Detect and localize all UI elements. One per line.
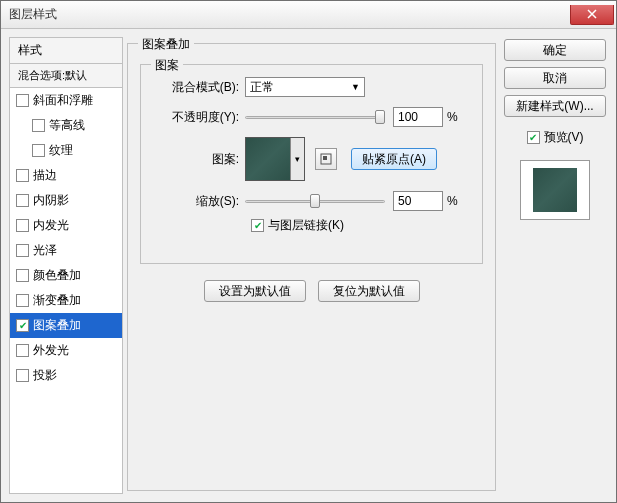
chevron-down-icon: ▼	[351, 82, 360, 92]
sidebar-item[interactable]: 等高线	[10, 113, 122, 138]
group-title: 图案叠加	[138, 36, 194, 53]
sidebar-header: 样式	[10, 38, 122, 64]
style-checkbox[interactable]	[32, 119, 45, 132]
sidebar-item-label: 外发光	[33, 342, 69, 359]
opacity-input[interactable]: 100	[393, 107, 443, 127]
pattern-row: 图案: ▾ 贴紧原点(A)	[155, 137, 468, 181]
pattern-dropdown-arrow[interactable]: ▾	[290, 138, 304, 180]
main-panel: 图案叠加 图案 混合模式(B): 正常 ▼ 不透明度(Y):	[123, 29, 504, 502]
scale-slider[interactable]	[245, 192, 385, 210]
link-checkbox[interactable]: ✔	[251, 219, 264, 232]
new-preset-icon	[320, 153, 332, 165]
style-checkbox[interactable]	[16, 344, 29, 357]
titlebar: 图层样式	[1, 1, 616, 29]
slider-thumb[interactable]	[375, 110, 385, 124]
sidebar-item-label: 渐变叠加	[33, 292, 81, 309]
sidebar-item-label: 光泽	[33, 242, 57, 259]
svg-rect-1	[323, 156, 327, 160]
scale-row: 缩放(S): 50 %	[155, 191, 468, 211]
blend-mode-row: 混合模式(B): 正常 ▼	[155, 77, 468, 97]
scale-label: 缩放(S):	[155, 193, 245, 210]
dialog-body: 样式 混合选项:默认 斜面和浮雕等高线纹理描边内阴影内发光光泽颜色叠加渐变叠加✔…	[1, 29, 616, 502]
sidebar-item-label: 等高线	[49, 117, 85, 134]
right-column: 确定 取消 新建样式(W)... ✔ 预览(V)	[504, 29, 616, 502]
sidebar-item[interactable]: 纹理	[10, 138, 122, 163]
pattern-overlay-group: 图案叠加 图案 混合模式(B): 正常 ▼ 不透明度(Y):	[127, 43, 496, 491]
sidebar-item[interactable]: 光泽	[10, 238, 122, 263]
sidebar-item[interactable]: 渐变叠加	[10, 288, 122, 313]
style-checkbox[interactable]: ✔	[16, 319, 29, 332]
create-pattern-button[interactable]	[315, 148, 337, 170]
opacity-row: 不透明度(Y): 100 %	[155, 107, 468, 127]
preview-checkbox-row: ✔ 预览(V)	[504, 129, 606, 146]
pattern-swatch[interactable]: ▾	[245, 137, 305, 181]
sidebar-item[interactable]: 外发光	[10, 338, 122, 363]
style-checkbox[interactable]	[16, 94, 29, 107]
sidebar-item-label: 纹理	[49, 142, 73, 159]
styles-sidebar: 样式 混合选项:默认 斜面和浮雕等高线纹理描边内阴影内发光光泽颜色叠加渐变叠加✔…	[9, 37, 123, 494]
style-checkbox[interactable]	[16, 269, 29, 282]
sidebar-item-label: 内发光	[33, 217, 69, 234]
pattern-inner-group: 图案 混合模式(B): 正常 ▼ 不透明度(Y):	[140, 64, 483, 264]
layer-style-dialog: 图层样式 样式 混合选项:默认 斜面和浮雕等高线纹理描边内阴影内发光光泽颜色叠加…	[0, 0, 617, 503]
percent-label: %	[447, 194, 458, 208]
pattern-thumbnail	[246, 138, 290, 180]
sidebar-item[interactable]: 斜面和浮雕	[10, 88, 122, 113]
opacity-slider[interactable]	[245, 108, 385, 126]
style-checkbox[interactable]	[16, 369, 29, 382]
window-title: 图层样式	[9, 6, 57, 23]
sidebar-item[interactable]: ✔图案叠加	[10, 313, 122, 338]
sidebar-item[interactable]: 描边	[10, 163, 122, 188]
ok-button[interactable]: 确定	[504, 39, 606, 61]
inner-group-title: 图案	[151, 57, 183, 74]
sidebar-item-label: 斜面和浮雕	[33, 92, 93, 109]
sidebar-item-label: 投影	[33, 367, 57, 384]
link-label: 与图层链接(K)	[268, 217, 344, 234]
default-buttons-row: 设置为默认值 复位为默认值	[140, 280, 483, 302]
set-default-button[interactable]: 设置为默认值	[204, 280, 306, 302]
blend-mode-label: 混合模式(B):	[155, 79, 245, 96]
blend-mode-value: 正常	[250, 79, 274, 96]
snap-to-origin-button[interactable]: 贴紧原点(A)	[351, 148, 437, 170]
style-checkbox[interactable]	[16, 169, 29, 182]
sidebar-item[interactable]: 颜色叠加	[10, 263, 122, 288]
close-button[interactable]	[570, 5, 614, 25]
link-with-layer-row: ✔ 与图层链接(K)	[251, 217, 468, 234]
scale-input[interactable]: 50	[393, 191, 443, 211]
sidebar-item[interactable]: 投影	[10, 363, 122, 388]
preview-checkbox[interactable]: ✔	[527, 131, 540, 144]
style-checkbox[interactable]	[16, 194, 29, 207]
slider-thumb[interactable]	[310, 194, 320, 208]
sidebar-item-label: 内阴影	[33, 192, 69, 209]
pattern-label: 图案:	[155, 151, 245, 168]
reset-default-button[interactable]: 复位为默认值	[318, 280, 420, 302]
blend-mode-combo[interactable]: 正常 ▼	[245, 77, 365, 97]
sidebar-item[interactable]: 内发光	[10, 213, 122, 238]
preview-box	[520, 160, 590, 220]
opacity-label: 不透明度(Y):	[155, 109, 245, 126]
sidebar-item-label: 颜色叠加	[33, 267, 81, 284]
sidebar-subheader[interactable]: 混合选项:默认	[10, 64, 122, 88]
slider-track	[245, 116, 385, 119]
style-checkbox[interactable]	[32, 144, 45, 157]
sidebar-item-label: 描边	[33, 167, 57, 184]
style-checkbox[interactable]	[16, 294, 29, 307]
preview-swatch	[533, 168, 577, 212]
percent-label: %	[447, 110, 458, 124]
cancel-button[interactable]: 取消	[504, 67, 606, 89]
close-icon	[587, 9, 597, 19]
new-style-button[interactable]: 新建样式(W)...	[504, 95, 606, 117]
preview-label: 预览(V)	[544, 129, 584, 146]
style-checkbox[interactable]	[16, 219, 29, 232]
sidebar-item[interactable]: 内阴影	[10, 188, 122, 213]
style-checkbox[interactable]	[16, 244, 29, 257]
sidebar-item-label: 图案叠加	[33, 317, 81, 334]
